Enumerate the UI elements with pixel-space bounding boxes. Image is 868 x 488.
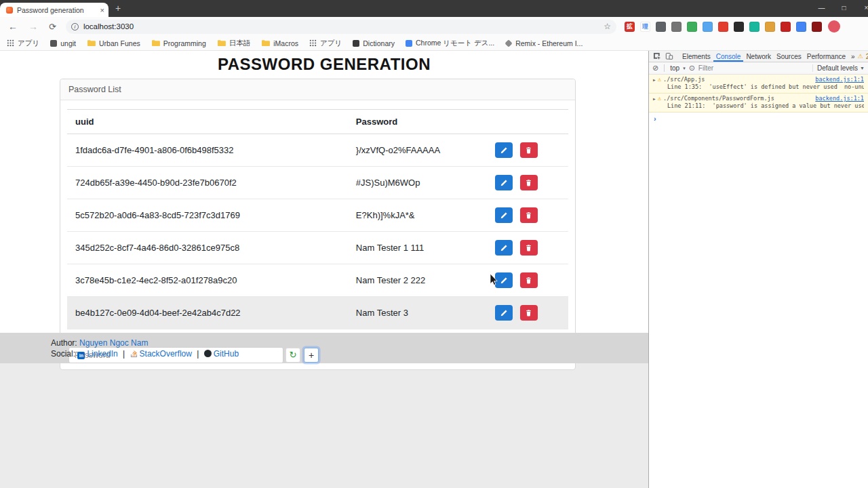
generate-password-button[interactable]: ↻ — [285, 348, 300, 363]
trash-icon — [525, 211, 532, 220]
edit-password-button[interactable] — [495, 175, 513, 190]
delete-password-button[interactable] — [520, 175, 538, 190]
extension-icon[interactable] — [812, 22, 822, 32]
inspect-element-icon[interactable] — [653, 52, 661, 60]
warning-count-badge[interactable]: 2 — [866, 53, 868, 60]
warning-icon: ⚠ — [858, 53, 863, 60]
extension-icon[interactable] — [656, 22, 666, 32]
column-header-password: Password — [348, 110, 487, 134]
extension-icon[interactable] — [765, 22, 775, 32]
console-prompt-icon: › — [654, 115, 656, 123]
delete-password-button[interactable] — [520, 207, 538, 223]
github-link[interactable]: GitHub — [214, 349, 239, 359]
devtools-panel: Elements Console Network Sources Perform… — [648, 51, 868, 488]
page-viewport: PASSWORD GENERATION Password List uuid P… — [0, 51, 648, 488]
url-text[interactable]: localhost:3030 — [83, 22, 604, 30]
reload-icon[interactable]: ⟳ — [49, 22, 56, 32]
eye-icon[interactable]: ⊙ — [689, 64, 695, 73]
bookmark-item[interactable]: iMacros — [261, 39, 298, 47]
bookmark-label: アプリ — [320, 39, 342, 48]
edit-password-button[interactable] — [495, 207, 513, 223]
edit-password-button[interactable] — [495, 142, 513, 158]
browser-tab[interactable]: Password generation × — [0, 3, 108, 17]
window-maximize-button[interactable]: □ — [833, 0, 855, 17]
edit-password-button[interactable] — [495, 305, 513, 321]
bookmark-item[interactable]: Remix - Ethereum I... — [505, 39, 583, 47]
linkedin-link[interactable]: LinkedIn — [87, 349, 117, 359]
devtools-tab-network[interactable]: Network — [743, 51, 774, 62]
bookmark-item[interactable]: 日本語 — [217, 39, 251, 48]
new-tab-button[interactable]: + — [115, 2, 121, 14]
device-toolbar-icon[interactable] — [665, 52, 673, 60]
folder-icon — [217, 39, 226, 47]
extension-icon[interactable] — [734, 22, 744, 32]
stackoverflow-link[interactable]: StackOverflow — [140, 349, 192, 359]
extension-icon[interactable] — [687, 22, 697, 32]
bookmark-item[interactable]: アプリ — [309, 39, 342, 48]
address-bar[interactable]: i localhost:3030 ☆ — [66, 20, 616, 34]
chevron-down-icon: ▼ — [860, 66, 865, 70]
author-link[interactable]: Nguyen Ngoc Nam — [79, 338, 148, 348]
bookmark-item[interactable]: アプリ — [7, 39, 39, 48]
social-label: Social: — [51, 349, 75, 359]
page-title: PASSWORD GENERATION — [0, 51, 648, 74]
warning-file: ./src/Components/PasswordForm.js — [663, 95, 813, 102]
source-link[interactable]: backend.js:1:1 — [815, 95, 864, 102]
separator: | — [197, 349, 199, 359]
extension-icon[interactable] — [671, 22, 682, 32]
console-warning[interactable]: ▶ ⚠ ./src/App.js backend.js:1:1 Line 1:3… — [649, 75, 868, 94]
card-header: Password List — [60, 79, 575, 100]
add-password-button[interactable]: + — [304, 348, 319, 363]
edit-password-button[interactable] — [495, 240, 513, 256]
extension-icon[interactable]: 拡 — [625, 22, 635, 32]
extension-icon[interactable] — [781, 22, 791, 32]
table-row: 1fdadc6a-d7fe-4901-a806-0f6b498f5332 }/x… — [67, 134, 568, 167]
tab-close-icon[interactable]: × — [100, 6, 104, 14]
page-footer: Author: Nguyen Ngoc Nam Social: inLinked… — [0, 333, 648, 363]
console-context-dropdown[interactable]: top — [670, 64, 679, 72]
console-filter-input[interactable] — [698, 64, 753, 72]
tab-favicon-icon — [6, 7, 13, 14]
profile-avatar[interactable] — [828, 20, 840, 33]
delete-password-button[interactable] — [520, 240, 538, 256]
expand-icon[interactable]: ▶ — [653, 76, 656, 83]
console-prompt[interactable]: › — [649, 113, 868, 125]
bookmark-item[interactable]: Dictionary — [353, 39, 395, 47]
devtools-tab-sources[interactable]: Sources — [774, 51, 804, 62]
more-tabs-icon[interactable]: » — [848, 51, 858, 62]
site-info-icon[interactable]: i — [71, 23, 79, 30]
devtools-tab-console[interactable]: Console — [713, 51, 744, 62]
delete-password-button[interactable] — [520, 305, 538, 321]
bookmark-item[interactable]: Programming — [151, 39, 206, 47]
bookmark-item[interactable]: Urban Funes — [87, 39, 140, 47]
bookmark-item[interactable]: Chrome リモート デス... — [406, 39, 494, 48]
password-cell: Nam Tester 3 — [348, 297, 487, 329]
extension-icon[interactable] — [703, 22, 713, 32]
source-link[interactable]: backend.js:1:1 — [815, 76, 864, 83]
trash-icon — [525, 309, 532, 317]
extension-icon[interactable]: 理 — [640, 22, 650, 32]
stackoverflow-icon — [130, 350, 138, 357]
delete-password-button[interactable] — [520, 272, 538, 288]
extension-icon[interactable] — [718, 22, 728, 32]
trash-icon — [525, 244, 532, 252]
back-icon[interactable]: ← — [8, 21, 18, 32]
console-warning[interactable]: ▶ ⚠ ./src/Components/PasswordForm.js bac… — [649, 94, 868, 113]
bookmark-star-icon[interactable]: ☆ — [604, 22, 611, 31]
clear-console-icon[interactable]: ⊘ — [652, 64, 658, 73]
delete-password-button[interactable] — [520, 142, 538, 158]
bookmark-item[interactable]: ungit — [50, 39, 76, 47]
plus-icon: + — [309, 350, 314, 361]
forward-icon[interactable]: → — [28, 21, 38, 32]
log-levels-dropdown[interactable]: Default levels ▼ — [812, 64, 865, 72]
expand-icon[interactable]: ▶ — [653, 95, 656, 102]
devtools-tab-elements[interactable]: Elements — [679, 51, 713, 62]
pencil-icon — [500, 244, 508, 252]
window-close-button[interactable]: × — [855, 0, 868, 17]
extension-icon[interactable] — [796, 22, 806, 32]
window-minimize-button[interactable]: — — [810, 0, 833, 17]
password-cell: Nam Tester 2 222 — [348, 264, 487, 297]
devtools-tab-performance[interactable]: Performance — [804, 51, 848, 62]
extension-icon[interactable] — [749, 22, 760, 32]
favicon-icon — [406, 40, 412, 47]
